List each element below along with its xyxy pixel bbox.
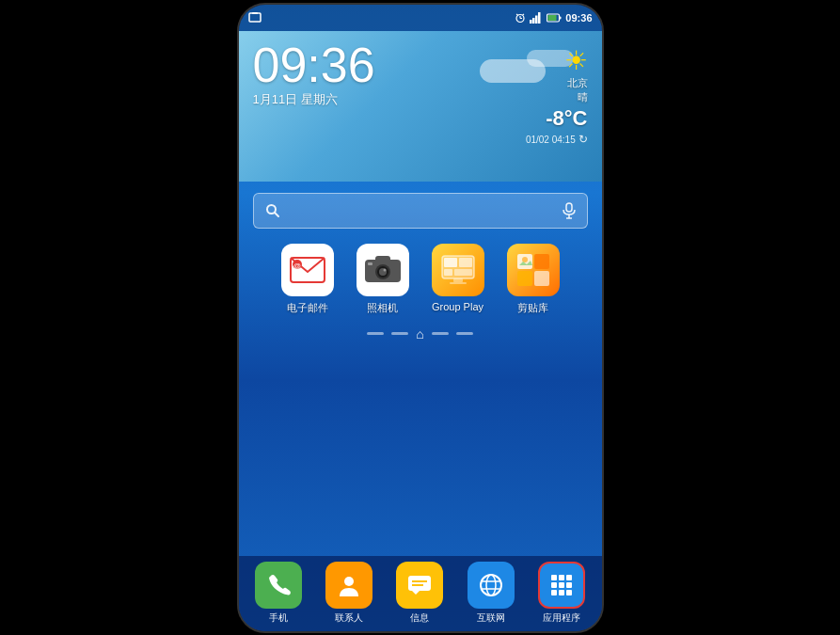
- page-dot-4: [456, 332, 473, 335]
- dock-messages[interactable]: 信息: [389, 562, 451, 625]
- alarm-icon: [515, 12, 526, 24]
- status-bar: 09:36: [239, 5, 602, 31]
- svg-rect-16: [566, 203, 572, 212]
- app-grid: @ 电子邮件 照相机: [239, 236, 602, 323]
- svg-rect-42: [408, 576, 431, 591]
- svg-rect-38: [517, 271, 532, 286]
- svg-point-47: [486, 575, 496, 595]
- svg-rect-30: [444, 258, 457, 267]
- svg-rect-7: [530, 20, 532, 24]
- dock-internet[interactable]: 互联网: [460, 562, 521, 625]
- svg-point-27: [383, 268, 386, 271]
- weather-widget: ☀ 北京 晴 -8°C 01/02 04:15 ↻: [526, 45, 588, 146]
- svg-rect-54: [559, 582, 564, 588]
- phone-dock-icon: [255, 562, 302, 609]
- microphone-icon[interactable]: [563, 202, 576, 219]
- signal-icon: [530, 12, 543, 24]
- dock-phone[interactable]: 手机: [248, 562, 309, 625]
- apps-grid-icon: [547, 571, 576, 599]
- svg-rect-32: [444, 269, 452, 276]
- svg-line-5: [516, 14, 518, 15]
- svg-rect-28: [368, 262, 372, 265]
- app-groupplay-label: Group Play: [432, 301, 483, 312]
- messages-dock-icon: [396, 562, 443, 609]
- weather-sun-icon: ☀: [526, 45, 588, 76]
- svg-rect-52: [566, 575, 572, 580]
- clock-widget: 09:36 1月11日 星期六 ☀ 北京 晴 -8°C 01/02 04:15 …: [239, 31, 602, 182]
- weather-condition: 晴: [578, 91, 588, 103]
- page-dot-1: [367, 332, 384, 335]
- dock-internet-label: 互联网: [477, 611, 505, 625]
- svg-rect-9: [535, 15, 538, 24]
- svg-rect-37: [534, 254, 549, 269]
- svg-rect-33: [454, 269, 472, 276]
- svg-rect-1: [252, 12, 258, 14]
- dock-apps[interactable]: 应用程序: [531, 562, 592, 625]
- dock-contacts-label: 联系人: [335, 611, 363, 625]
- svg-rect-58: [566, 590, 572, 595]
- weather-date: 01/02 04:15 ↻: [526, 133, 588, 146]
- dock-contacts[interactable]: 联系人: [319, 562, 380, 625]
- svg-rect-13: [560, 16, 562, 19]
- svg-rect-31: [459, 258, 472, 267]
- svg-rect-50: [551, 575, 557, 580]
- internet-icon: [478, 572, 504, 598]
- svg-rect-39: [534, 271, 549, 286]
- svg-line-15: [275, 213, 278, 216]
- battery-icon: [547, 13, 562, 23]
- dock-phone-label: 手机: [269, 611, 288, 625]
- messages-icon: [406, 572, 433, 598]
- contacts-dock-icon: [325, 562, 372, 609]
- svg-line-6: [523, 14, 525, 15]
- weather-temperature: -8°C: [526, 106, 588, 131]
- page-dot-2: [391, 332, 408, 335]
- weather-city: 北京: [567, 77, 588, 88]
- app-clipart[interactable]: 剪贴库: [496, 244, 571, 315]
- app-groupplay[interactable]: Group Play: [420, 244, 496, 315]
- app-camera-label: 照相机: [367, 301, 398, 315]
- phone-icon: [265, 572, 292, 598]
- svg-rect-55: [566, 582, 572, 588]
- screenshot-icon: [248, 12, 262, 23]
- apps-dock-icon: [538, 562, 585, 609]
- dock-messages-label: 信息: [410, 611, 429, 625]
- svg-rect-10: [538, 12, 541, 24]
- svg-rect-35: [450, 282, 467, 284]
- page-dot-3: [432, 332, 449, 335]
- screen: 09:36 09:36 1月11日 星期六 ☀ 北京 晴 -8°C 01/02 …: [239, 5, 602, 631]
- app-email-label: 电子邮件: [287, 301, 328, 315]
- clipart-icon: [515, 252, 551, 288]
- search-bar[interactable]: [253, 193, 588, 229]
- app-email[interactable]: @ 电子邮件: [270, 244, 345, 315]
- phone-frame: 09:36 09:36 1月11日 星期六 ☀ 北京 晴 -8°C 01/02 …: [237, 3, 604, 633]
- status-right-icons: 09:36: [515, 12, 592, 24]
- svg-marker-43: [412, 591, 420, 595]
- groupplay-icon: [440, 252, 476, 288]
- dock-apps-label: 应用程序: [543, 611, 580, 625]
- svg-rect-57: [559, 590, 564, 595]
- svg-text:@: @: [293, 261, 301, 269]
- svg-rect-34: [453, 278, 463, 282]
- svg-point-41: [344, 577, 354, 586]
- svg-rect-23: [375, 256, 390, 262]
- svg-point-46: [481, 575, 501, 595]
- svg-rect-8: [532, 18, 535, 24]
- svg-rect-56: [551, 590, 557, 595]
- svg-rect-12: [548, 15, 557, 21]
- camera-icon: [364, 255, 402, 285]
- app-camera[interactable]: 照相机: [345, 244, 420, 315]
- email-icon: @: [290, 257, 325, 283]
- app-clipart-label: 剪贴库: [517, 301, 548, 315]
- search-icon: [265, 203, 280, 218]
- status-time: 09:36: [565, 12, 592, 24]
- svg-rect-53: [551, 582, 557, 588]
- page-indicator: ⌂: [239, 326, 602, 341]
- svg-rect-0: [249, 13, 261, 22]
- home-page-indicator: ⌂: [416, 326, 423, 341]
- internet-dock-icon: [468, 562, 515, 609]
- contacts-icon: [336, 572, 362, 598]
- status-left-icons: [248, 12, 262, 23]
- dock: 手机 联系人: [239, 556, 602, 631]
- svg-rect-51: [559, 575, 564, 580]
